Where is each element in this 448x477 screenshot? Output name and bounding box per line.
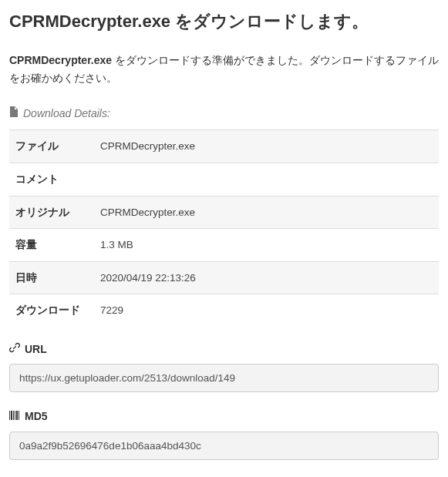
svg-rect-5 [19,411,19,420]
file-icon [9,105,19,122]
url-heading-label: URL [25,341,47,358]
detail-label: 容量 [9,229,94,262]
detail-label: ファイル [9,130,94,163]
svg-rect-4 [16,411,18,420]
md5-heading-label: MD5 [25,408,48,425]
detail-label: コメント [9,163,94,196]
details-table: ファイルCPRMDecrypter.exe コメント オリジナルCPRMDecr… [9,129,439,327]
detail-value: 1.3 MB [94,229,439,262]
detail-label: オリジナル [9,196,94,229]
intro-filename: CPRMDecrypter.exe [9,54,112,66]
table-row: ファイルCPRMDecrypter.exe [9,130,439,163]
svg-rect-2 [13,411,14,420]
url-heading: URL [9,341,439,358]
detail-value: 7229 [94,294,439,327]
detail-value: 2020/04/19 22:13:26 [94,261,439,294]
svg-rect-1 [11,411,12,420]
svg-rect-0 [9,411,10,420]
detail-value [94,163,439,196]
url-field[interactable] [9,364,439,392]
table-row: ダウンロード7229 [9,294,439,327]
barcode-icon [9,408,20,425]
detail-value: CPRMDecrypter.exe [94,130,439,163]
download-details-heading: Download Details: [9,105,439,122]
table-row: オリジナルCPRMDecrypter.exe [9,196,439,229]
table-row: コメント [9,163,439,196]
md5-field[interactable] [9,432,439,460]
md5-heading: MD5 [9,408,439,425]
detail-label: ダウンロード [9,294,94,327]
intro-text: CPRMDecrypter.exe をダウンロードする準備ができました。ダウンロ… [9,52,439,86]
page-title: CPRMDecrypter.exe をダウンロードします。 [9,8,439,35]
link-icon [9,341,20,358]
detail-label: 日時 [9,261,94,294]
table-row: 容量1.3 MB [9,229,439,262]
svg-rect-3 [15,411,15,420]
table-row: 日時2020/04/19 22:13:26 [9,261,439,294]
download-details-label: Download Details: [23,105,110,122]
detail-value: CPRMDecrypter.exe [94,196,439,229]
